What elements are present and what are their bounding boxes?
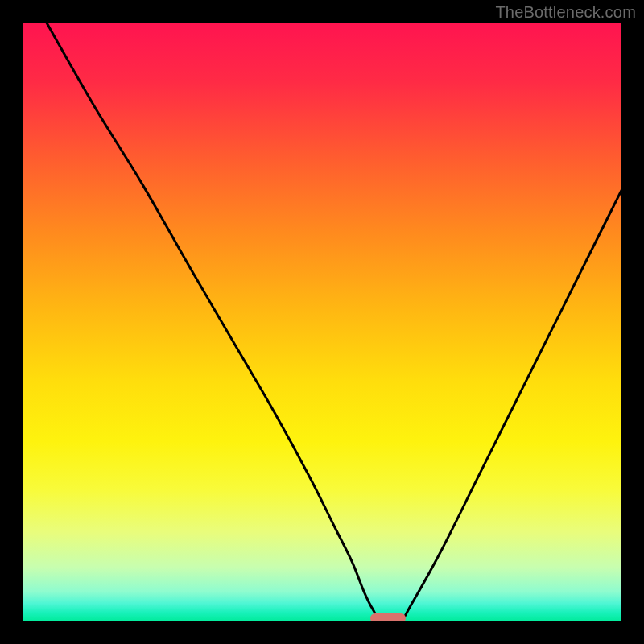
bottleneck-curve xyxy=(47,23,621,621)
plot-area xyxy=(23,23,621,621)
watermark-text: TheBottleneck.com xyxy=(495,3,636,22)
curve-layer xyxy=(23,23,621,621)
chart-frame: TheBottleneck.com xyxy=(0,0,644,644)
minimum-marker xyxy=(370,613,407,621)
